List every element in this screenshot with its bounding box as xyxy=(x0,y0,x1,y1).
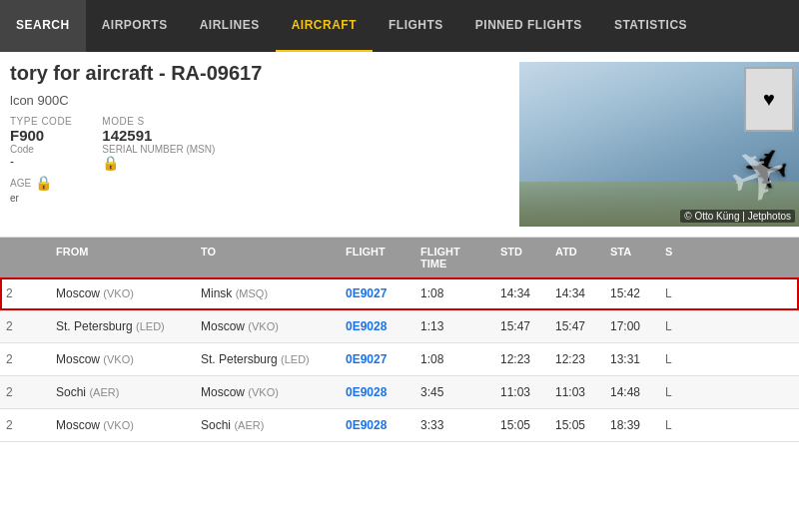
mode-s-block: MODE S 142591 SERIAL NUMBER (MSN) 🔒 xyxy=(102,116,215,171)
flight-link[interactable]: 0E9028 xyxy=(346,385,387,399)
cell-to: Moscow (VKO) xyxy=(195,310,340,342)
nav-aircraft[interactable]: AIRCRAFT xyxy=(276,0,373,52)
flight-link[interactable]: 0E9027 xyxy=(346,352,387,366)
col-header-atd: ATD xyxy=(549,238,604,277)
aircraft-info-panel: tory for aircraft - RA-09617 lcon 900C T… xyxy=(0,62,519,227)
cell-flight[interactable]: 0E9028 xyxy=(340,376,414,408)
to-city[interactable]: Moscow xyxy=(201,385,245,399)
nav-airlines[interactable]: AIRLINES xyxy=(184,0,276,52)
flight-link[interactable]: 0E9027 xyxy=(346,286,387,300)
cell-to: Sochi (AER) xyxy=(195,409,340,441)
cell-flight-time: 1:13 xyxy=(414,310,494,342)
cell-flight-time: 3:45 xyxy=(414,376,494,408)
cell-flight-time: 1:08 xyxy=(414,277,494,309)
mode-s-label: MODE S xyxy=(102,116,215,127)
table-row[interactable]: 2 Moscow (VKO) St. Petersburg (LED) 0E90… xyxy=(0,343,799,376)
table-row[interactable]: 2 Moscow (VKO) Minsk (MSQ) 0E9027 1:08 1… xyxy=(0,277,799,310)
cell-to: St. Petersburg (LED) xyxy=(195,343,340,375)
cell-flight[interactable]: 0E9027 xyxy=(340,343,414,375)
operator-label: er xyxy=(10,193,509,204)
cell-to: Minsk (MSQ) xyxy=(195,277,340,309)
from-code[interactable]: (VKO) xyxy=(103,419,134,431)
nav-flights[interactable]: FLIGHTS xyxy=(373,0,459,52)
table-row[interactable]: 2 Moscow (VKO) Sochi (AER) 0E9028 3:33 1… xyxy=(0,409,799,442)
flights-table: FROM TO FLIGHT FLIGHT TIME STD ATD STA S… xyxy=(0,238,799,442)
to-city[interactable]: Sochi xyxy=(201,418,231,432)
cell-std: 14:34 xyxy=(494,277,549,309)
from-code[interactable]: (VKO) xyxy=(103,287,134,299)
to-code[interactable]: (LED) xyxy=(281,353,310,365)
from-code[interactable]: (LED) xyxy=(136,320,165,332)
cell-from: Moscow (VKO) xyxy=(50,277,195,309)
serial-label: SERIAL NUMBER (MSN) xyxy=(102,144,215,155)
cell-from: Moscow (VKO) xyxy=(50,343,195,375)
nav-airports[interactable]: AIRPORTS xyxy=(86,0,184,52)
code-sub-label: Code xyxy=(10,144,72,155)
cell-from: Moscow (VKO) xyxy=(50,409,195,441)
type-code-block: TYPE CODE F900 Code - xyxy=(10,116,72,169)
cell-atd: 12:23 xyxy=(549,343,604,375)
col-header-std: STD xyxy=(494,238,549,277)
col-header-date xyxy=(0,238,50,277)
cell-sta: 17:00 xyxy=(604,310,659,342)
aircraft-photo: ✈ ♥ © Otto Küng | Jetphotos xyxy=(519,62,799,227)
nav-pinned-flights[interactable]: PINNED FLIGHTS xyxy=(459,0,598,52)
cell-date: 2 xyxy=(0,310,50,342)
age-lock-icon: 🔒 xyxy=(35,175,52,191)
flight-link[interactable]: 0E9028 xyxy=(346,319,387,333)
col-header-sta: STA xyxy=(604,238,659,277)
cell-atd: 14:34 xyxy=(549,277,604,309)
to-city[interactable]: Minsk xyxy=(201,286,232,300)
to-city[interactable]: Moscow xyxy=(201,319,245,333)
cell-date: 2 xyxy=(0,376,50,408)
mode-s-value: 142591 xyxy=(102,127,215,144)
to-code[interactable]: (VKO) xyxy=(248,320,279,332)
photo-credit-text: © Otto Küng | Jetphotos xyxy=(680,210,795,223)
to-code[interactable]: (AER) xyxy=(234,419,264,431)
cell-atd: 11:03 xyxy=(549,376,604,408)
cell-status: L xyxy=(659,343,694,375)
nav-search[interactable]: SEARCH xyxy=(0,0,86,52)
cell-sta: 14:48 xyxy=(604,376,659,408)
col-header-flight: FLIGHT xyxy=(340,238,414,277)
cell-flight[interactable]: 0E9028 xyxy=(340,310,414,342)
col-header-flight-time: FLIGHT TIME xyxy=(414,238,494,277)
col-header-from: FROM xyxy=(50,238,195,277)
from-city[interactable]: Moscow xyxy=(56,352,100,366)
cell-date: 2 xyxy=(0,343,50,375)
main-nav: SEARCH AIRPORTS AIRLINES AIRCRAFT FLIGHT… xyxy=(0,0,799,52)
cell-from: St. Petersburg (LED) xyxy=(50,310,195,342)
cell-flight-time: 3:33 xyxy=(414,409,494,441)
from-city[interactable]: Sochi xyxy=(56,385,86,399)
cell-from: Sochi (AER) xyxy=(50,376,195,408)
to-city[interactable]: St. Petersburg xyxy=(201,352,278,366)
cell-sta: 13:31 xyxy=(604,343,659,375)
cell-flight[interactable]: 0E9028 xyxy=(340,409,414,441)
cell-sta: 15:42 xyxy=(604,277,659,309)
flight-link[interactable]: 0E9028 xyxy=(346,418,387,432)
from-city[interactable]: Moscow xyxy=(56,286,100,300)
cell-std: 15:47 xyxy=(494,310,549,342)
cell-status: L xyxy=(659,376,694,408)
code-sub-value: - xyxy=(10,155,72,169)
aircraft-name: lcon 900C xyxy=(10,93,509,108)
type-code-value: F900 xyxy=(10,127,72,144)
from-code[interactable]: (VKO) xyxy=(103,353,134,365)
from-city[interactable]: Moscow xyxy=(56,418,100,432)
cell-flight[interactable]: 0E9027 xyxy=(340,277,414,309)
from-city[interactable]: St. Petersburg xyxy=(56,319,133,333)
nav-statistics[interactable]: STATISTICS xyxy=(598,0,703,52)
to-code[interactable]: (MSQ) xyxy=(236,287,268,299)
col-header-to: TO xyxy=(195,238,340,277)
from-code[interactable]: (AER) xyxy=(89,386,119,398)
table-row[interactable]: 2 St. Petersburg (LED) Moscow (VKO) 0E90… xyxy=(0,310,799,343)
cell-status: L xyxy=(659,277,694,309)
cell-std: 12:23 xyxy=(494,343,549,375)
page-title: tory for aircraft - RA-09617 xyxy=(10,62,509,85)
col-header-status: S xyxy=(659,238,694,277)
cell-date: 2 xyxy=(0,277,50,309)
cell-atd: 15:05 xyxy=(549,409,604,441)
table-row[interactable]: 2 Sochi (AER) Moscow (VKO) 0E9028 3:45 1… xyxy=(0,376,799,409)
to-code[interactable]: (VKO) xyxy=(248,386,279,398)
serial-lock-icon: 🔒 xyxy=(102,155,215,171)
